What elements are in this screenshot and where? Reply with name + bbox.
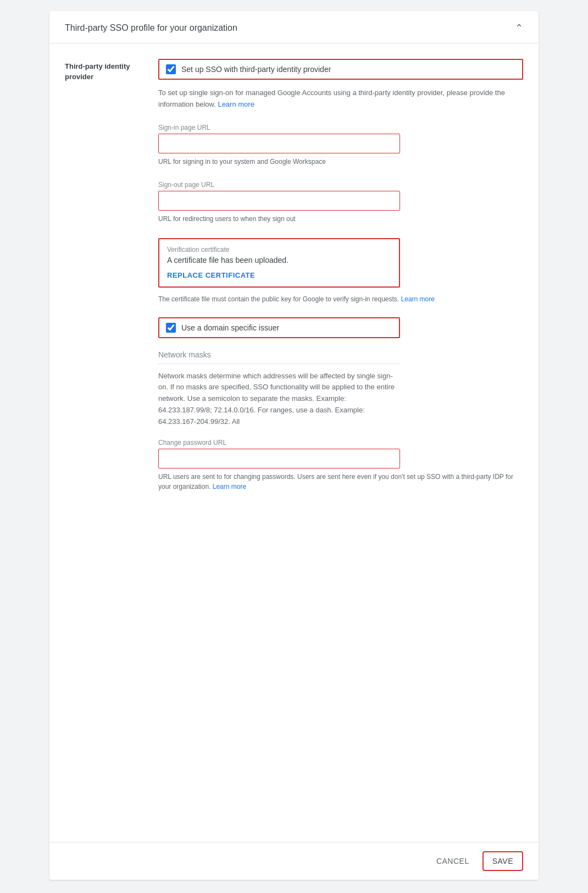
sso-checkbox-row: Set up SSO with third-party identity pro… (158, 59, 523, 80)
panel-title: Third-party SSO profile for your organiz… (65, 23, 237, 33)
panel-header: Third-party SSO profile for your organiz… (49, 11, 539, 43)
sign-out-url-helper: URL for redirecting users to when they s… (158, 214, 523, 224)
sso-description: To set up single sign-on for managed Goo… (158, 87, 523, 111)
sign-in-url-section: Sign-in page URL URL for signing in to y… (158, 124, 523, 178)
sso-learn-more-link[interactable]: Learn more (218, 100, 254, 108)
cert-status: A certificate file has been uploaded. (167, 256, 391, 264)
sign-in-url-label: Sign-in page URL (158, 124, 523, 131)
sso-checkbox-label: Set up SSO with third-party identity pro… (181, 65, 331, 74)
panel: Third-party SSO profile for your organiz… (49, 11, 539, 880)
change-password-learn-more-link[interactable]: Learn more (213, 483, 246, 490)
network-masks-description: Network masks determine which addresses … (158, 371, 400, 428)
cert-helper: The certificate file must contain the pu… (158, 294, 523, 304)
left-label: Third-party identity provider (65, 59, 158, 842)
sign-out-url-input[interactable] (158, 191, 400, 211)
sign-in-url-helper: URL for signing in to your system and Go… (158, 157, 523, 167)
right-content: Set up SSO with third-party identity pro… (158, 59, 523, 842)
save-button[interactable]: SAVE (482, 851, 523, 871)
sso-checkbox[interactable] (166, 64, 176, 74)
cert-learn-more-link[interactable]: Learn more (401, 295, 435, 303)
chevron-up-icon[interactable]: ⌃ (515, 22, 523, 34)
domain-issuer-checkbox-row: Use a domain specific issuer (158, 317, 400, 338)
change-password-label: Change password URL (158, 439, 523, 446)
domain-issuer-label: Use a domain specific issuer (181, 323, 279, 332)
panel-body: Third-party identity provider Set up SSO… (49, 43, 539, 842)
change-password-helper: URL users are sent to for changing passw… (158, 472, 523, 492)
network-masks-heading: Network masks (158, 350, 400, 364)
replace-cert-button[interactable]: REPLACE CERTIFICATE (167, 271, 255, 279)
cert-label: Verification certificate (167, 246, 391, 253)
change-password-section: Change password URL URL users are sent t… (158, 439, 523, 503)
sign-in-url-input[interactable] (158, 134, 400, 153)
domain-issuer-checkbox[interactable] (166, 323, 176, 333)
change-password-input[interactable] (158, 449, 400, 468)
sign-out-url-label: Sign-out page URL (158, 181, 523, 189)
verification-cert-box: Verification certificate A certificate f… (158, 238, 400, 288)
third-party-provider-label: Third-party identity provider (65, 62, 130, 81)
cancel-button[interactable]: CANCEL (428, 851, 478, 871)
panel-footer: CANCEL SAVE (49, 842, 539, 880)
sign-out-url-section: Sign-out page URL URL for redirecting us… (158, 181, 523, 235)
